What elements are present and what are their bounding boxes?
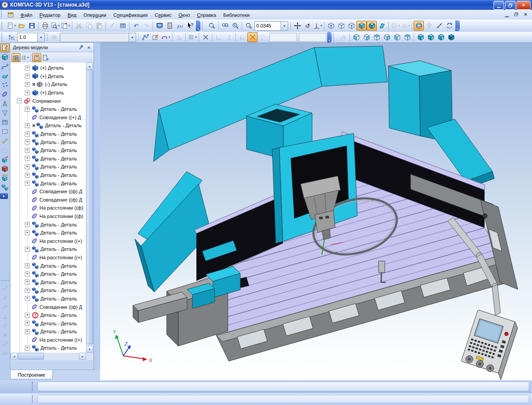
expand-box-icon[interactable]: + [25,148,30,153]
rounding-button-dropdown-arrow[interactable]: ▾ [168,35,170,39]
redo-button[interactable]: ↷ [141,21,151,31]
wireframe-button[interactable] [326,21,336,31]
model-viewport[interactable]: Y X Z [100,43,532,380]
property-bar-grip[interactable] [32,382,35,391]
step-combo[interactable]: ▼ [17,33,45,42]
layout-button[interactable] [0,127,9,136]
tree-item[interactable]: +(+) Деталь [11,72,86,81]
tree-item[interactable]: +Деталь - Деталь [11,344,86,352]
tree-item[interactable]: Совпадение ((ф) Д [11,187,86,196]
axis-line-button[interactable] [0,321,9,330]
tree-item[interactable]: На расстоянии ((ф) [11,212,86,221]
auxiliary-geometry-button[interactable] [0,81,9,90]
split-curve-button[interactable] [0,340,9,349]
rotate-part-button[interactable] [0,174,9,183]
tree-item[interactable]: +Деталь - Деталь [11,327,86,336]
export-part-button[interactable] [0,155,9,164]
expand-box-icon[interactable]: + [25,74,30,78]
tree-item[interactable]: +Деталь - Деталь [11,155,86,163]
fx-button[interactable]: f(x) [175,21,185,31]
current-state-toolbar-group-grip[interactable] [1,33,4,41]
standard-toolbar-group-grip[interactable] [1,22,4,30]
tree-item[interactable]: +(+) Деталь [11,64,86,72]
tree-horizontal-scrollbar[interactable]: ◄ ► [11,353,86,360]
snap-cross-button[interactable] [200,32,211,42]
menu-service[interactable]: Сервис [151,11,175,19]
tree-item[interactable]: На расстоянии ((+) [11,237,86,245]
tree-item[interactable]: Совпадение ((+) Д [11,113,86,122]
tree-item[interactable]: +Деталь - Деталь [11,278,86,286]
expand-box-icon[interactable]: + [25,90,30,95]
view-left-button[interactable] [392,32,402,42]
grid-button[interactable]: ▾ [187,32,197,42]
shaded-edges-button[interactable] [367,21,377,31]
view-back-button[interactable] [361,32,372,42]
tree-item[interactable]: +Деталь - Деталь [11,270,86,278]
expand-box-icon[interactable]: + [25,164,30,169]
document-menu-icon[interactable] [7,11,14,18]
tab-construction[interactable]: Построение [10,370,53,379]
additional-window-button[interactable] [32,53,41,62]
surfaces-button[interactable] [0,71,9,80]
view-front-button[interactable] [351,32,361,42]
zoom-frame-button[interactable] [207,21,217,31]
tree-item[interactable]: +Деталь - Деталь [11,138,86,146]
expand-box-icon[interactable]: + [25,321,30,326]
tree-structure-button[interactable] [12,53,20,62]
solid-modeling-button[interactable] [0,53,9,62]
menu-operations[interactable]: Операции [80,11,110,19]
print-button[interactable] [40,21,50,31]
equidistant-button[interactable] [0,349,9,358]
no-hidden-lines-button[interactable] [336,21,346,31]
scroll-up-arrow[interactable]: ▲ [86,62,93,70]
expand-box-icon[interactable]: + [25,288,30,293]
filters-button[interactable] [0,109,9,117]
tree-item[interactable]: +✕Деталь - Деталь [11,121,86,130]
coord-y-field[interactable] [270,33,297,42]
simplified-view-button-dropdown-arrow[interactable]: ▾ [398,24,400,27]
toolbar-overflow-button[interactable]: » [327,32,332,43]
tree-item[interactable]: На расстоянии ((ф) [11,204,86,212]
dimensions-3d-button[interactable] [434,21,444,31]
mdi-restore-button[interactable] [512,11,520,18]
update-link-button[interactable] [224,32,234,42]
current-scale-combo-dropdown[interactable]: ▼ [281,22,288,30]
expand-box-icon[interactable]: + [25,173,30,178]
toolbar-overflow-button[interactable]: » [455,20,460,31]
expand-box-icon[interactable]: + [25,329,30,334]
view-top-button[interactable] [372,32,382,42]
restore-button[interactable] [505,1,516,10]
preview-button[interactable]: ▾ [50,21,60,31]
orbit-button[interactable] [414,21,424,31]
parallel-line-button[interactable] [0,303,9,312]
tree-item[interactable]: +Деталь - Деталь [11,319,86,327]
view-toolbar-group-grip[interactable] [202,22,205,30]
new-document-button[interactable]: ▾ [6,21,16,31]
geometry-toolbar-grip[interactable] [1,280,9,283]
tree-item[interactable]: Совпадение ((ф) Д [11,196,86,204]
scroll-down-arrow[interactable]: ▼ [86,346,93,353]
menu-help[interactable]: Справка [193,11,219,19]
corner-snap-button[interactable] [237,32,247,42]
tree-item[interactable]: +Деталь - Деталь [11,146,86,155]
sketch-edit-button[interactable] [150,32,160,42]
new-from-template-button-dropdown-arrow[interactable]: ▾ [68,24,70,27]
reports-button[interactable] [41,53,50,62]
view-isometry-button[interactable] [446,32,456,42]
expand-box-icon[interactable]: + [25,82,30,87]
mates-button[interactable] [0,90,9,99]
specification-button[interactable] [0,118,9,127]
expand-box-icon[interactable]: + [25,247,30,252]
angle-snap-button[interactable] [174,32,184,42]
tree-item[interactable]: +Деталь - Деталь [11,163,86,171]
tree-item[interactable]: +Деталь - Деталь [11,105,86,113]
coord-x-field[interactable] [299,33,326,42]
copy-properties-button[interactable] [107,21,117,31]
spatial-curves-button[interactable] [0,62,9,71]
point-segment-button[interactable] [0,293,9,302]
view-isoxyz-x-button[interactable]: x [436,32,446,42]
expand-box-icon[interactable]: + [25,230,30,235]
tree-item[interactable]: На расстоянии ((+) [11,336,86,344]
conditional-marks-button[interactable] [0,146,9,155]
coords-label[interactable]: Y+X [258,32,268,42]
